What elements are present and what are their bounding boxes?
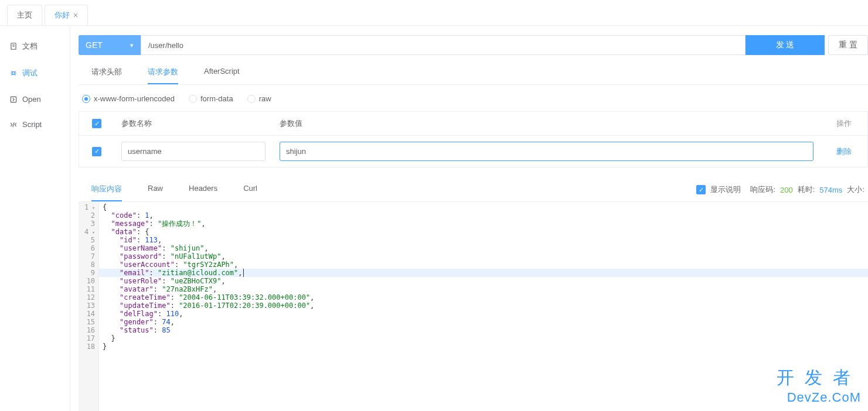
- svg-line-7: [15, 74, 16, 76]
- response-tab-3[interactable]: Curl: [243, 178, 257, 201]
- response-bar: 响应内容RawHeadersCurl 显示说明 响应码: 200 耗时: 574…: [79, 178, 868, 202]
- radio-icon: [189, 95, 197, 103]
- code-label: 响应码:: [750, 184, 775, 195]
- body-type-radio-1[interactable]: form-data: [189, 94, 233, 103]
- time-label: 耗时:: [798, 184, 815, 195]
- svg-rect-10: [11, 97, 16, 102]
- method-select[interactable]: GET ▾: [79, 35, 141, 55]
- top-tab-0[interactable]: 主页: [7, 5, 42, 25]
- request-tab-0[interactable]: 请求头部: [91, 61, 122, 84]
- time-value: 574ms: [819, 186, 842, 194]
- param-name-input[interactable]: [121, 142, 265, 161]
- sidebar-item-3[interactable]: Script: [0, 112, 70, 137]
- col-name: 参数名称: [114, 112, 273, 135]
- param-value-input[interactable]: [280, 142, 813, 161]
- svg-line-9: [15, 71, 16, 73]
- svg-line-6: [12, 71, 13, 73]
- show-desc-label: 显示说明: [710, 184, 741, 195]
- top-tabs: 主页你好×: [0, 0, 868, 26]
- delete-button[interactable]: 删除: [836, 147, 852, 156]
- radio-icon: [82, 95, 90, 103]
- request-tabs: 请求头部请求参数AfterScript: [79, 61, 868, 85]
- radio-label: form-data: [200, 94, 233, 103]
- doc-icon: [9, 42, 18, 50]
- response-tab-0[interactable]: 响应内容: [91, 178, 122, 201]
- close-icon[interactable]: ×: [73, 11, 78, 20]
- request-url-bar: GET ▾ 发 送 重 置: [79, 35, 868, 55]
- body-type-radio-0[interactable]: x-www-form-urlencoded: [82, 94, 175, 103]
- sidebar-item-1[interactable]: 调试: [0, 60, 70, 87]
- svg-line-8: [12, 74, 13, 76]
- response-tab-2[interactable]: Headers: [189, 178, 217, 201]
- col-op: 操作: [821, 118, 867, 129]
- reset-button[interactable]: 重 置: [828, 35, 868, 55]
- row-checkbox[interactable]: [92, 147, 101, 156]
- params-header: 参数名称 参数值 操作: [79, 112, 867, 136]
- script-icon: [9, 121, 18, 129]
- response-tabs: 响应内容RawHeadersCurl: [79, 178, 270, 201]
- show-desc-checkbox[interactable]: [696, 185, 706, 194]
- open-icon: [9, 95, 18, 104]
- body-type-group: x-www-form-urlencodedform-dataraw: [79, 85, 868, 111]
- method-value: GET: [86, 40, 103, 50]
- response-meta: 显示说明 响应码: 200 耗时: 574ms 大小:: [696, 184, 868, 195]
- sidebar: 文档调试OpenScript: [0, 26, 70, 411]
- main-panel: GET ▾ 发 送 重 置 请求头部请求参数AfterScript x-www-…: [70, 26, 868, 411]
- sidebar-item-label: Open: [22, 95, 41, 104]
- radio-label: raw: [259, 94, 271, 103]
- response-code-view[interactable]: 123456789101112131415161718 { "code": 1,…: [79, 202, 868, 411]
- top-tab-1[interactable]: 你好×: [45, 5, 88, 25]
- sidebar-item-0[interactable]: 文档: [0, 33, 70, 60]
- radio-label: x-www-form-urlencoded: [94, 94, 175, 103]
- code-lines: { "code": 1, "message": "操作成功！", "data":…: [99, 202, 868, 411]
- url-input[interactable]: [141, 35, 746, 55]
- tab-label: 你好: [55, 10, 70, 20]
- select-all-checkbox[interactable]: [92, 119, 101, 128]
- request-tab-1[interactable]: 请求参数: [148, 61, 178, 84]
- sidebar-item-2[interactable]: Open: [0, 87, 70, 112]
- response-tab-1[interactable]: Raw: [148, 178, 163, 201]
- chevron-down-icon: ▾: [130, 42, 134, 49]
- code-value: 200: [780, 186, 793, 194]
- sidebar-item-label: Script: [22, 120, 42, 129]
- sidebar-item-label: 文档: [22, 41, 38, 52]
- request-tab-2[interactable]: AfterScript: [204, 61, 240, 84]
- svg-point-3: [12, 72, 15, 75]
- send-button[interactable]: 发 送: [746, 35, 825, 55]
- debug-icon: [9, 69, 18, 77]
- body-type-radio-2[interactable]: raw: [247, 94, 271, 103]
- sidebar-item-label: 调试: [22, 68, 38, 78]
- tab-label: 主页: [17, 10, 32, 20]
- table-row: 删除: [79, 136, 867, 167]
- radio-icon: [247, 95, 256, 103]
- col-value: 参数值: [273, 112, 821, 135]
- svg-line-11: [13, 122, 14, 126]
- size-label: 大小:: [847, 184, 864, 195]
- code-gutter: 123456789101112131415161718: [79, 202, 99, 411]
- params-table: 参数名称 参数值 操作 删除: [79, 111, 868, 167]
